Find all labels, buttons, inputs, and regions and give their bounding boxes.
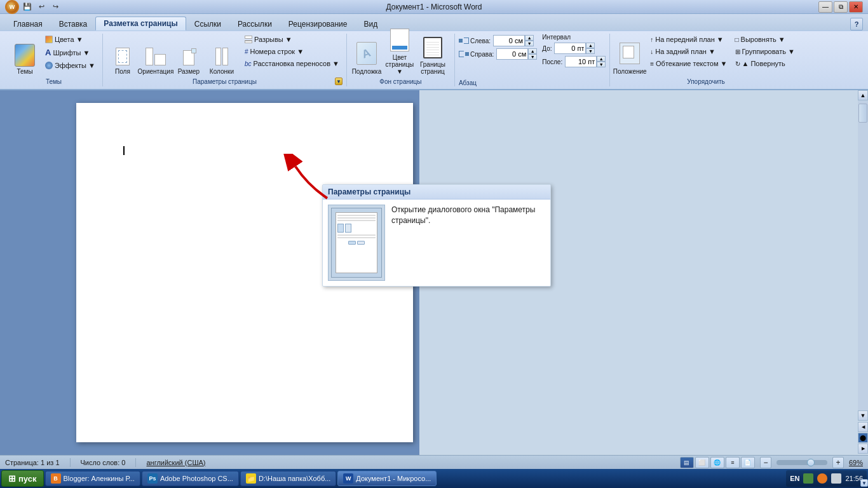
outline-btn[interactable]: ≡ [726, 457, 740, 468]
scroll-track[interactable] [858, 100, 868, 410]
scroll-prev-page-btn[interactable]: ◀ [858, 422, 868, 432]
draft-btn[interactable]: 📄 [741, 457, 755, 468]
tooltip-body: Открытие диалогового окна "Параметры стр… [323, 200, 550, 286]
zoom-thumb[interactable] [807, 459, 815, 466]
language-status[interactable]: английский (США) [146, 459, 205, 466]
arrange-group-label: Упорядочить [614, 77, 798, 86]
size-btn[interactable]: Размер [173, 34, 205, 77]
tray-security-icon [831, 473, 841, 484]
tab-insert[interactable]: Вставка [51, 17, 96, 30]
taskbar-btn-word[interactable]: W Документ1 - Микросо... [337, 471, 437, 486]
indent-left-input[interactable] [493, 35, 525, 46]
tab-mailings[interactable]: Рассылки [229, 17, 280, 30]
indent-right-down[interactable]: ▼ [528, 54, 537, 60]
hyphenation-label: Расстановка переносов ▼ [254, 60, 339, 67]
fonts-label: Шрифты ▼ [53, 49, 90, 57]
vertical-scrollbar[interactable]: ▲ ▼ ◀ ⬤ ▶ [858, 90, 868, 455]
spacing-after-up[interactable]: ▲ [597, 56, 606, 62]
tab-page-layout[interactable]: Разметка страницы [95, 17, 186, 30]
spacing-before-down[interactable]: ▼ [586, 48, 595, 54]
select-browse-btn[interactable]: ⬤ [858, 433, 868, 443]
line-numbers-label: Номера строк ▼ [250, 48, 304, 55]
watermark-btn[interactable]: A Подложка [351, 34, 383, 77]
themes-group: Темы Цвета ▼ A Шрифты ▼ Эфф [5, 34, 103, 86]
photoshop-taskbar-label: Adobe Photoshop CS... [160, 475, 233, 482]
group-btn[interactable]: ⊞ Группировать ▼ [732, 46, 798, 57]
line-numbers-btn[interactable]: # Номера строк ▼ [241, 46, 342, 57]
taskbar-btn-blogger[interactable]: B Blogger: Аленкины Р... [45, 471, 140, 486]
tab-home[interactable]: Главная [5, 17, 51, 30]
scroll-up-btn[interactable]: ▲ [858, 90, 868, 100]
zoom-in-btn[interactable]: + [832, 457, 844, 468]
taskbar-btn-photoshop[interactable]: Ps Adobe Photoshop CS... [142, 471, 239, 486]
themes-label: Темы [17, 68, 32, 75]
tooltip-popup: Параметры страницы [322, 184, 551, 287]
indent-right-up[interactable]: ▲ [528, 48, 537, 54]
paragraph-dialog-btn[interactable]: ▼ [860, 479, 868, 487]
columns-btn[interactable]: Колонки [206, 34, 238, 77]
zoom-out-btn[interactable]: − [760, 457, 771, 468]
office-button[interactable]: W [5, 0, 19, 14]
indent-left-spinbox[interactable]: ▲ ▼ [493, 35, 534, 46]
themes-btn[interactable]: Темы [9, 34, 41, 77]
spacing-before-input[interactable] [554, 43, 586, 54]
minimize-btn[interactable]: — [818, 1, 832, 13]
print-layout-btn[interactable]: ▤ [680, 457, 694, 468]
spacing-after-input[interactable] [565, 56, 597, 67]
indent-right-spinbox[interactable]: ▲ ▼ [496, 48, 537, 60]
view-buttons: ▤ ⬜ 🌐 ≡ 📄 [680, 457, 755, 468]
spacing-before-up[interactable]: ▲ [586, 43, 595, 48]
indent-right-input[interactable] [496, 48, 528, 60]
tab-review[interactable]: Рецензирование [280, 17, 356, 30]
fonts-btn[interactable]: A Шрифты ▼ [42, 46, 98, 59]
title-bar: W 💾 ↩ ↪ Документ1 - Microsoft Word — ⧉ ✕ [0, 0, 868, 14]
rotate-btn[interactable]: ↻ ▲ Повернуть [732, 58, 798, 69]
colors-btn[interactable]: Цвета ▼ [42, 34, 98, 45]
align-btn[interactable]: □ Выровнять ▼ [732, 34, 798, 45]
undo-quick-btn[interactable]: ↩ [36, 1, 47, 13]
page-status: Страница: 1 из 1 [5, 459, 60, 466]
text-wrap-btn[interactable]: ≡ Обтекание текстом ▼ [647, 58, 730, 69]
status-bar: Страница: 1 из 1 Число слов: 0 английски… [0, 455, 868, 469]
orientation-btn[interactable]: Ориентация [140, 34, 172, 77]
tooltip-description: Открытие диалогового окна "Параметры стр… [391, 205, 545, 281]
send-backward-btn[interactable]: ↓ На задний план ▼ [647, 46, 730, 57]
close-btn[interactable]: ✕ [849, 1, 863, 13]
scroll-down-btn[interactable]: ▼ [858, 410, 868, 421]
zoom-slider[interactable] [776, 460, 827, 465]
start-button[interactable]: ⊞ пуск [1, 470, 44, 487]
save-quick-btn[interactable]: 💾 [22, 1, 33, 13]
page-borders-btn[interactable]: Границы страниц [417, 34, 449, 77]
hyphenation-btn[interactable]: bc Расстановка переносов ▼ [241, 58, 342, 69]
spacing-after-spinbox[interactable]: ▲ ▼ [565, 56, 606, 67]
position-btn[interactable]: Положение [614, 34, 646, 77]
bring-forward-btn[interactable]: ↑ На передний план ▼ [647, 34, 730, 45]
ribbon: Главная Вставка Разметка страницы Ссылки… [0, 14, 868, 90]
indent-left-up[interactable]: ▲ [525, 35, 534, 41]
effects-label: Эффекты ▼ [55, 62, 95, 69]
indent-left-down[interactable]: ▼ [525, 41, 534, 46]
page-color-btn[interactable]: Цвет страницы ▼ [384, 34, 416, 77]
spacing-after-down[interactable]: ▼ [597, 62, 606, 67]
breaks-label: Разрывы ▼ [254, 36, 292, 43]
scroll-thumb[interactable] [858, 104, 867, 123]
breaks-btn[interactable]: Разрывы ▼ [241, 34, 342, 45]
web-layout-btn[interactable]: 🌐 [710, 457, 724, 468]
taskbar-btn-folder[interactable]: 📁 D:\Наша папка\Хобб... [240, 471, 336, 486]
help-btn[interactable]: ? [850, 18, 863, 30]
zoom-level[interactable]: 69% [849, 459, 863, 466]
redo-quick-btn[interactable]: ↪ [50, 1, 61, 13]
effects-btn[interactable]: Эффекты ▼ [42, 60, 98, 71]
restore-btn[interactable]: ⧉ [834, 1, 848, 13]
tray-notification-icon [817, 473, 827, 484]
spacing-before-spinbox[interactable]: ▲ ▼ [554, 43, 595, 54]
page-setup-dialog-btn[interactable]: ▼ [335, 78, 342, 85]
tab-view[interactable]: Вид [356, 17, 386, 30]
full-screen-btn[interactable]: ⬜ [695, 457, 709, 468]
text-cursor [123, 146, 125, 155]
window-title: Документ1 - Microsoft Word [386, 3, 482, 11]
scroll-next-page-btn[interactable]: ▶ [858, 444, 868, 454]
page-setup-label: Параметры страницы ▼ [107, 77, 342, 86]
tab-references[interactable]: Ссылки [186, 17, 229, 30]
margins-btn[interactable]: Поля [107, 34, 139, 77]
